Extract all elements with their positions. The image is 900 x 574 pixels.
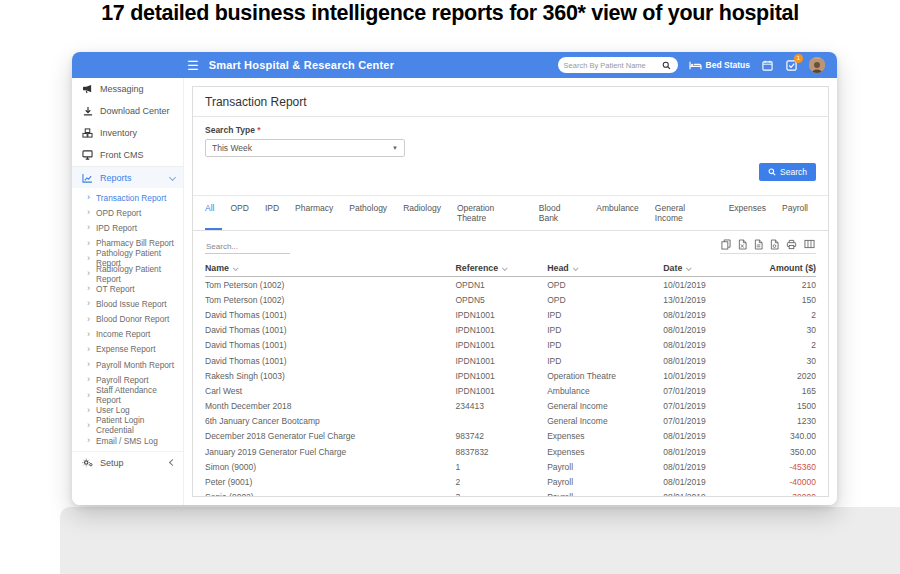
sidebar-item-expense-report[interactable]: ›Expense Report [72,342,183,357]
sidebar-item-label: Transaction Report [96,193,166,203]
column-header-date[interactable]: Date [663,263,761,273]
table-row: David Thomas (1001)IPDN1001IPD08/01/2019… [205,307,816,322]
search-icon[interactable] [662,60,672,70]
sort-icon [502,265,508,271]
sidebar-item-blood-issue-report[interactable]: ›Blood Issue Report [72,296,183,311]
megaphone-icon [82,84,93,94]
sidebar-item-patient-login-credential[interactable]: ›Patient Login Credential [72,418,183,433]
sidebar-item-income-report[interactable]: ›Income Report [72,327,183,342]
search-type-select[interactable]: This Week ▼ [205,139,405,157]
columns-icon[interactable] [804,239,815,250]
sidebar-item-staff-attendance-report[interactable]: ›Staff Attendance Report [72,387,183,402]
table-search-input[interactable] [205,240,290,254]
cell-date: 08/01/2019 [663,356,761,366]
tab-blood-bank[interactable]: Blood Bank [531,196,589,230]
cell-reference: IPDN1001 [456,356,548,366]
cell-amount: 350.00 [761,447,816,457]
cell-head: IPD [547,310,663,320]
column-header-name[interactable]: Name [205,263,456,273]
sort-icon [233,265,239,271]
tab-pharmacy[interactable]: Pharmacy [287,196,341,230]
csv-icon[interactable] [754,239,763,250]
report-panel: Transaction Report Search Type * This We… [192,86,829,497]
app-header: ☰ Smart Hospital & Research Center Bed S… [72,52,837,78]
cell-head: General Income [547,401,663,411]
sidebar-item-opd-report[interactable]: ›OPD Report [72,205,183,220]
chevron-left-icon [169,459,176,466]
search-type-label: Search Type * [205,125,816,135]
copy-icon[interactable] [721,239,731,250]
cell-reference: 3 [456,492,548,497]
sidebar-item-front-cms[interactable]: Front CMS [72,144,183,166]
cell-reference: 2 [456,477,548,487]
table-row: Rakesh Singh (1003)IPDN1001Operation The… [205,368,816,383]
cell-amount: 340.00 [761,431,816,441]
sidebar-item-radiology-patient-report[interactable]: ›Radiology Patient Report [72,266,183,281]
sidebar-item-label: Email / SMS Log [96,436,158,446]
cell-name: David Thomas (1001) [205,310,456,320]
sidebar-item-reports[interactable]: Reports [72,166,183,188]
tasks-icon[interactable]: 1 [785,59,798,72]
tab-ambulance[interactable]: Ambulance [588,196,647,230]
sidebar-item-setup[interactable]: Setup [72,451,183,473]
cell-reference: 983742 [456,431,548,441]
table-row: Tom Peterson (1002)OPDN1OPD10/01/2019210 [205,277,816,292]
cell-amount: -40000 [761,477,816,487]
cell-name: David Thomas (1001) [205,340,456,350]
cell-date: 08/01/2019 [663,325,761,335]
sidebar-item-messaging[interactable]: Messaging [72,78,183,100]
print-icon[interactable] [786,239,797,250]
table-row: Peter (9001)2Payroll08/01/2019-40000 [205,474,816,489]
cell-reference: 8837832 [456,447,548,457]
tab-opd[interactable]: OPD [222,196,256,230]
cell-date: 08/01/2019 [663,447,761,457]
tab-payroll[interactable]: Payroll [774,196,816,230]
tab-ipd[interactable]: IPD [257,196,287,230]
cell-date: 07/01/2019 [663,416,761,426]
table-row: David Thomas (1001)IPDN1001IPD08/01/2019… [205,353,816,368]
cell-reference: IPDN1001 [456,371,548,381]
cell-name: Rakesh Singh (1003) [205,371,456,381]
bed-status-button[interactable]: Bed Status [689,59,750,72]
cell-name: Peter (9001) [205,477,456,487]
pdf-icon[interactable] [770,239,779,250]
sidebar-item-blood-donor-report[interactable]: ›Blood Donor Report [72,312,183,327]
sidebar-item-transaction-report[interactable]: ›Transaction Report [72,190,183,205]
cell-head: Payroll [547,492,663,497]
cell-head: IPD [547,340,663,350]
cell-name: Carl West [205,386,456,396]
cell-amount: 210 [761,280,816,290]
menu-toggle-icon[interactable]: ☰ [187,59,199,72]
sidebar-item-inventory[interactable]: Inventory [72,122,183,144]
tab-operation-theatre[interactable]: Operation Theatre [449,196,531,230]
chevron-right-icon: › [87,299,90,308]
sidebar-item-label: Pharmacy Bill Report [96,238,174,248]
calendar-icon[interactable] [761,59,774,72]
excel-icon[interactable] [738,239,747,250]
cell-date: 08/01/2019 [663,477,761,487]
sidebar-item-payroll-month-report[interactable]: ›Payroll Month Report [72,357,183,372]
patient-search-input[interactable] [564,61,662,70]
tab-all[interactable]: All [205,196,222,230]
tab-expenses[interactable]: Expenses [721,196,774,230]
tab-pathology[interactable]: Pathology [341,196,395,230]
column-header-reference[interactable]: Reference [456,263,548,273]
chevron-right-icon: › [87,360,90,369]
chevron-right-icon: › [87,315,90,324]
sidebar-item-ipd-report[interactable]: ›IPD Report [72,220,183,235]
cell-date: 07/01/2019 [663,401,761,411]
tab-general-income[interactable]: General Income [647,196,721,230]
column-header-head[interactable]: Head [547,263,663,273]
sidebar-item-download-center[interactable]: Download Center [72,100,183,122]
cell-head: General Income [547,416,663,426]
cell-date: 08/01/2019 [663,310,761,320]
tab-radiology[interactable]: Radiology [395,196,449,230]
cell-amount: 1230 [761,416,816,426]
column-header-amount[interactable]: Amount ($) [761,263,816,273]
page-title: Transaction Report [193,87,828,117]
cell-head: OPD [547,295,663,305]
cell-head: Expenses [547,431,663,441]
search-button[interactable]: Search [759,163,816,181]
patient-search-box[interactable] [558,57,678,73]
user-avatar[interactable] [809,57,825,73]
